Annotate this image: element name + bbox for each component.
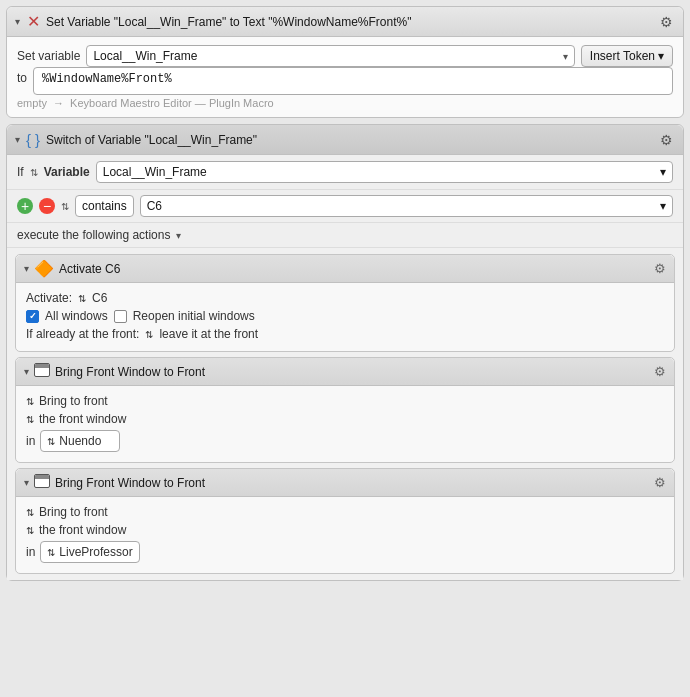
switch-header: ▾ { } Switch of Variable "Local__Win_Fra… bbox=[7, 125, 683, 155]
insert-token-button[interactable]: Insert Token ▾ bbox=[581, 45, 673, 67]
activate-value: C6 bbox=[92, 291, 107, 305]
bring-front-2-title: Bring Front Window to Front bbox=[55, 476, 205, 490]
execute-chevron-icon[interactable]: ▾ bbox=[176, 230, 181, 241]
switch-title: Switch of Variable "Local__Win_Frame" bbox=[46, 133, 257, 147]
if-already-value: leave it at the front bbox=[159, 327, 258, 341]
activate-c6-collapse-chevron[interactable]: ▾ bbox=[24, 263, 29, 274]
variable-label: Variable bbox=[44, 165, 90, 179]
remove-condition-button[interactable]: − bbox=[39, 198, 55, 214]
variable-name-select[interactable]: Local__Win_Frame ▾ bbox=[96, 161, 673, 183]
activate-c6-header: ▾ 🔶 Activate C6 ⚙ bbox=[16, 255, 674, 283]
activate-updown-icon: ⇅ bbox=[78, 293, 86, 304]
set-variable-name-value: Local__Win_Frame bbox=[93, 49, 197, 63]
activate-c6-title: Activate C6 bbox=[59, 262, 120, 276]
bring-to-front-2-row: ⇅ Bring to front bbox=[26, 503, 664, 521]
variable-name-value: Local__Win_Frame bbox=[103, 165, 207, 179]
insert-token-label: Insert Token bbox=[590, 49, 655, 63]
bring-to-front-1-label: Bring to front bbox=[39, 394, 108, 408]
bring-front-1-collapse-chevron[interactable]: ▾ bbox=[24, 366, 29, 377]
bring-front-1-window-icon bbox=[34, 363, 50, 380]
bring-1-updown-icon: ⇅ bbox=[26, 396, 34, 407]
bring-front-2-collapse-chevron[interactable]: ▾ bbox=[24, 477, 29, 488]
bring-front-1-gear-icon[interactable]: ⚙ bbox=[654, 364, 666, 379]
to-value-box[interactable]: %WindowName%Front% bbox=[33, 67, 673, 95]
contains-label: contains bbox=[82, 199, 127, 213]
set-variable-label: Set variable bbox=[17, 49, 80, 63]
set-variable-gear-icon[interactable]: ⚙ bbox=[657, 13, 675, 31]
if-already-label: If already at the front: bbox=[26, 327, 139, 341]
front-window-2-updown-icon: ⇅ bbox=[26, 525, 34, 536]
bring-front-1-body: ⇅ Bring to front ⇅ the front window in ⇅… bbox=[16, 386, 674, 462]
app-name-1-value: Nuendo bbox=[59, 434, 101, 448]
switch-block: ▾ { } Switch of Variable "Local__Win_Fra… bbox=[6, 124, 684, 581]
condition-updown-icon[interactable]: ⇅ bbox=[61, 201, 69, 212]
condition-row: + − ⇅ contains C6 ▾ bbox=[7, 190, 683, 223]
bring-front-1-title: Bring Front Window to Front bbox=[55, 365, 205, 379]
bring-front-block-2: ▾ Bring Front Window to Front ⚙ ⇅ Bring … bbox=[15, 468, 675, 574]
activate-label: Activate: bbox=[26, 291, 72, 305]
bring-front-2-window-icon bbox=[34, 474, 50, 491]
footer-arrow-icon: → bbox=[53, 97, 64, 109]
footer-empty: empty bbox=[17, 97, 47, 109]
set-variable-header: ▾ ✕ Set Variable "Local__Win_Frame" to T… bbox=[7, 7, 683, 37]
if-already-updown-icon: ⇅ bbox=[145, 329, 153, 340]
app-name-2-select[interactable]: ⇅ LiveProfessor bbox=[40, 541, 139, 563]
switch-gear-icon[interactable]: ⚙ bbox=[657, 131, 675, 149]
execute-row: execute the following actions ▾ bbox=[7, 223, 683, 248]
activate-c6-block: ▾ 🔶 Activate C6 ⚙ Activate: ⇅ C6 All win… bbox=[15, 254, 675, 352]
in-2-label: in bbox=[26, 545, 35, 559]
set-variable-body: Set variable Local__Win_Frame ▾ Insert T… bbox=[7, 37, 683, 117]
all-windows-label: All windows bbox=[45, 309, 108, 323]
var-select-chevron-icon: ▾ bbox=[563, 51, 568, 62]
bring-to-front-2-label: Bring to front bbox=[39, 505, 108, 519]
reopen-checkbox[interactable] bbox=[114, 310, 127, 323]
app-name-1-select[interactable]: ⇅ Nuendo bbox=[40, 430, 120, 452]
add-icon: + bbox=[21, 199, 29, 213]
var-name-chevron-icon: ▾ bbox=[660, 165, 666, 179]
contains-select[interactable]: contains bbox=[75, 195, 134, 217]
switch-icon: { } bbox=[25, 132, 41, 148]
bring-front-2-body: ⇅ Bring to front ⇅ the front window in ⇅… bbox=[16, 497, 674, 573]
set-variable-block: ▾ ✕ Set Variable "Local__Win_Frame" to T… bbox=[6, 6, 684, 118]
add-condition-button[interactable]: + bbox=[17, 198, 33, 214]
set-variable-title: Set Variable "Local__Win_Frame" to Text … bbox=[46, 15, 411, 29]
front-window-1-label: the front window bbox=[39, 412, 126, 426]
activate-c6-body: Activate: ⇅ C6 All windows Reopen initia… bbox=[16, 283, 674, 351]
set-variable-name-select[interactable]: Local__Win_Frame ▾ bbox=[86, 45, 574, 67]
if-variable-row: If ⇅ Variable Local__Win_Frame ▾ bbox=[7, 155, 683, 190]
all-windows-checkbox[interactable] bbox=[26, 310, 39, 323]
condition-value: C6 bbox=[147, 199, 162, 213]
bring-to-front-1-row: ⇅ Bring to front bbox=[26, 392, 664, 410]
front-window-1-updown-icon: ⇅ bbox=[26, 414, 34, 425]
set-variable-collapse-chevron[interactable]: ▾ bbox=[15, 16, 20, 27]
bring-front-2-header: ▾ Bring Front Window to Front ⚙ bbox=[16, 469, 674, 497]
switch-collapse-chevron[interactable]: ▾ bbox=[15, 134, 20, 145]
front-window-1-row: ⇅ the front window bbox=[26, 410, 664, 428]
remove-icon: − bbox=[43, 199, 51, 213]
to-label: to bbox=[17, 67, 27, 85]
to-value: %WindowName%Front% bbox=[42, 72, 172, 86]
execute-label: execute the following actions bbox=[17, 228, 170, 242]
activate-c6-gear-icon[interactable]: ⚙ bbox=[654, 261, 666, 276]
inner-blocks-container: ▾ 🔶 Activate C6 ⚙ Activate: ⇅ C6 All win… bbox=[7, 248, 683, 580]
activate-label-row: Activate: ⇅ C6 bbox=[26, 289, 664, 307]
bring-front-1-header: ▾ Bring Front Window to Front ⚙ bbox=[16, 358, 674, 386]
bring-front-2-gear-icon[interactable]: ⚙ bbox=[654, 475, 666, 490]
front-window-2-row: ⇅ the front window bbox=[26, 521, 664, 539]
in-app-1-row: in ⇅ Nuendo bbox=[26, 428, 664, 454]
insert-token-chevron-icon: ▾ bbox=[658, 49, 664, 63]
set-variable-icon: ✕ bbox=[25, 14, 41, 30]
in-1-label: in bbox=[26, 434, 35, 448]
app-name-2-value: LiveProfessor bbox=[59, 545, 132, 559]
if-label: If bbox=[17, 165, 24, 179]
reopen-label: Reopen initial windows bbox=[133, 309, 255, 323]
app-2-updown-icon: ⇅ bbox=[47, 547, 55, 558]
to-row: to %WindowName%Front% bbox=[17, 67, 673, 95]
windows-row: All windows Reopen initial windows bbox=[26, 307, 664, 325]
if-updown-icon[interactable]: ⇅ bbox=[30, 167, 38, 178]
set-variable-row: Set variable Local__Win_Frame ▾ Insert T… bbox=[17, 45, 673, 67]
condition-value-select[interactable]: C6 ▾ bbox=[140, 195, 673, 217]
in-app-2-row: in ⇅ LiveProfessor bbox=[26, 539, 664, 565]
app-1-updown-icon: ⇅ bbox=[47, 436, 55, 447]
bring-front-block-1: ▾ Bring Front Window to Front ⚙ ⇅ Bring … bbox=[15, 357, 675, 463]
